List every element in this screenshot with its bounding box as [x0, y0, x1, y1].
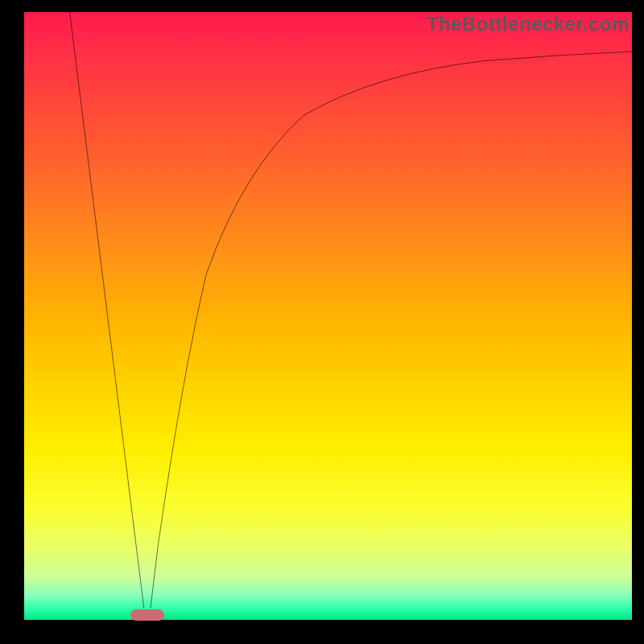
- chart-container: TheBottlenecker.com: [0, 0, 644, 644]
- bottleneck-curve-right: [151, 52, 632, 608]
- bottleneck-curve-left: [70, 12, 144, 608]
- curve-layer: [24, 12, 632, 620]
- plot-area: [24, 12, 632, 620]
- optimum-marker: [130, 609, 164, 621]
- watermark-text: TheBottlenecker.com: [427, 13, 630, 35]
